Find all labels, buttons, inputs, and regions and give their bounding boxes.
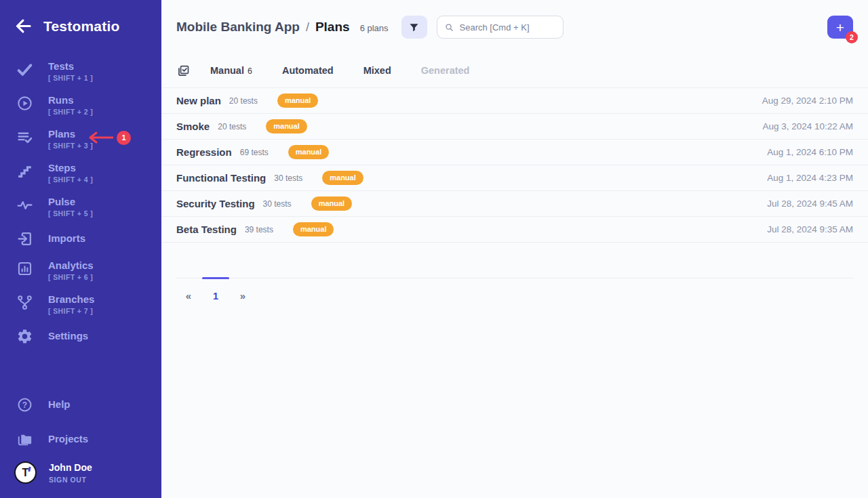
main-content: Mobile Banking App / Plans 6 plans + 2 M…: [161, 0, 868, 498]
stairs-icon: [16, 162, 33, 180]
manual-badge: manual: [266, 119, 307, 133]
sidebar-item-help[interactable]: ? Help: [0, 390, 161, 419]
plan-date: Jul 28, 2024 9:35 AM: [767, 224, 853, 234]
plan-date: Aug 29, 2024 2:10 PM: [762, 96, 853, 106]
sidebar-item-label: Tests: [48, 60, 93, 72]
manual-badge: manual: [322, 171, 363, 184]
sidebar-item-shortcut: [ SHIFT + 6 ]: [48, 273, 94, 281]
plans-count: 6 plans: [360, 23, 389, 33]
back-arrow-icon[interactable]: [14, 17, 33, 35]
avatar: T: [14, 461, 37, 484]
plan-name: Smoke: [176, 121, 210, 132]
tabs-bar: Manual 6 Automated Mixed Generated: [161, 54, 868, 88]
plan-row[interactable]: Functional Testing 30 tests manual Aug 1…: [161, 165, 868, 191]
plan-tests-count: 39 tests: [245, 225, 273, 234]
plans-table: New plan 20 tests manual Aug 29, 2024 2:…: [161, 88, 868, 243]
tutorial-annotation: 1: [85, 130, 131, 145]
manual-badge: manual: [277, 94, 319, 107]
folder-icon: [16, 430, 33, 448]
sidebar-item-projects[interactable]: Projects: [0, 424, 161, 454]
plan-tests-count: 20 tests: [218, 122, 246, 131]
sidebar-item-label: Runs: [48, 94, 93, 106]
sidebar-item-label: Steps: [48, 162, 93, 174]
help-icon: ?: [16, 396, 33, 413]
plan-name: Functional Testing: [176, 172, 266, 184]
sidebar-item-shortcut: [ SHIFT + 2 ]: [48, 108, 93, 116]
sidebar-item-shortcut: [ SHIFT + 7 ]: [48, 307, 94, 315]
search-box[interactable]: [437, 16, 564, 39]
sidebar-item-settings[interactable]: Settings: [0, 321, 161, 351]
breadcrumb-project[interactable]: Mobile Banking App: [176, 20, 300, 35]
app-logo[interactable]: Testomatio: [43, 18, 119, 35]
add-plan-button[interactable]: + 2: [827, 16, 853, 39]
plan-row[interactable]: Beta Testing 39 tests manual Jul 28, 202…: [161, 217, 868, 243]
plan-date: Aug 1, 2024 6:10 PM: [767, 147, 853, 157]
sidebar-item-tests[interactable]: Tests [ SHIFT + 1 ]: [0, 54, 161, 88]
prev-page-button[interactable]: «: [184, 290, 193, 302]
plan-date: Jul 28, 2024 9:45 AM: [767, 199, 853, 209]
sign-out-link[interactable]: SIGN OUT: [49, 476, 92, 484]
sidebar-item-label: Analytics: [48, 260, 94, 272]
manual-badge: manual: [288, 145, 330, 159]
select-all-icon[interactable]: [176, 64, 191, 78]
sidebar-item-plans[interactable]: Plans [ SHIFT + 3 ]: [0, 122, 161, 156]
page-title: Plans: [315, 20, 350, 35]
tab-automated[interactable]: Automated: [282, 65, 334, 76]
next-page-button[interactable]: »: [238, 290, 248, 302]
playlist-check-icon: [16, 128, 33, 146]
search-input[interactable]: [460, 22, 556, 33]
search-icon: [444, 22, 454, 33]
sidebar-item-shortcut: [ SHIFT + 5 ]: [48, 209, 93, 217]
pulse-icon: [16, 196, 33, 213]
breadcrumb-separator: /: [306, 20, 309, 35]
annotation-step-badge: 1: [117, 131, 131, 145]
plan-tests-count: 69 tests: [240, 148, 269, 157]
plan-row[interactable]: Security Testing 30 tests manual Jul 28,…: [161, 191, 868, 217]
sidebar: Testomatio Tests [ SHIFT + 1 ] Runs [ SH…: [0, 0, 161, 498]
user-menu[interactable]: T John Doe SIGN OUT: [0, 459, 161, 489]
plan-name: Regression: [176, 146, 232, 158]
sidebar-item-runs[interactable]: Runs [ SHIFT + 2 ]: [0, 88, 161, 122]
plan-name: Security Testing: [176, 198, 255, 209]
plan-tests-count: 30 tests: [274, 173, 302, 183]
sidebar-item-pulse[interactable]: Pulse [ SHIFT + 5 ]: [0, 190, 161, 224]
sidebar-item-label: Imports: [48, 232, 85, 245]
import-icon: [16, 230, 33, 247]
plan-row[interactable]: New plan 20 tests manual Aug 29, 2024 2:…: [161, 88, 868, 114]
sidebar-item-label: Branches: [48, 293, 94, 306]
sidebar-header: Testomatio: [0, 0, 161, 35]
manual-badge: manual: [293, 222, 334, 236]
tab-manual[interactable]: Manual 6: [210, 65, 252, 76]
sidebar-nav: Tests [ SHIFT + 1 ] Runs [ SHIFT + 2 ] P…: [0, 54, 161, 351]
sidebar-item-shortcut: [ SHIFT + 1 ]: [48, 74, 93, 82]
plan-row[interactable]: Regression 69 tests manual Aug 1, 2024 6…: [161, 140, 868, 165]
branch-icon: [16, 293, 33, 311]
funnel-icon: [408, 22, 420, 33]
filter-button[interactable]: [401, 16, 427, 39]
tab-mixed[interactable]: Mixed: [363, 65, 391, 76]
pagination: « 1 »: [176, 278, 853, 302]
plan-date: Aug 3, 2024 10:22 AM: [762, 121, 853, 131]
tab-generated[interactable]: Generated: [421, 65, 470, 76]
plan-tests-count: 20 tests: [229, 96, 258, 106]
sidebar-item-label: Pulse: [48, 196, 93, 208]
plan-name: Beta Testing: [176, 224, 237, 235]
sidebar-item-analytics[interactable]: Analytics [ SHIFT + 6 ]: [0, 253, 161, 287]
svg-text:?: ?: [22, 400, 26, 409]
sidebar-item-label: Settings: [48, 330, 88, 342]
sidebar-item-shortcut: [ SHIFT + 4 ]: [48, 175, 93, 184]
sidebar-item-imports[interactable]: Imports: [0, 224, 161, 253]
plus-icon: +: [836, 20, 844, 35]
analytics-icon: [16, 260, 33, 277]
sidebar-bottom: ? Help Projects T John Doe SIGN OUT: [0, 390, 161, 498]
sidebar-item-steps[interactable]: Steps [ SHIFT + 4 ]: [0, 156, 161, 190]
page-number-1[interactable]: 1: [202, 291, 229, 302]
plan-tests-count: 30 tests: [263, 199, 292, 209]
active-page-indicator: [202, 277, 229, 279]
plan-row[interactable]: Smoke 20 tests manual Aug 3, 2024 10:22 …: [161, 114, 868, 140]
sidebar-item-label: Projects: [48, 433, 88, 445]
plan-name: New plan: [176, 95, 221, 106]
red-arrow-icon: [85, 130, 115, 145]
sidebar-item-branches[interactable]: Branches [ SHIFT + 7 ]: [0, 287, 161, 321]
manual-badge: manual: [311, 196, 353, 210]
